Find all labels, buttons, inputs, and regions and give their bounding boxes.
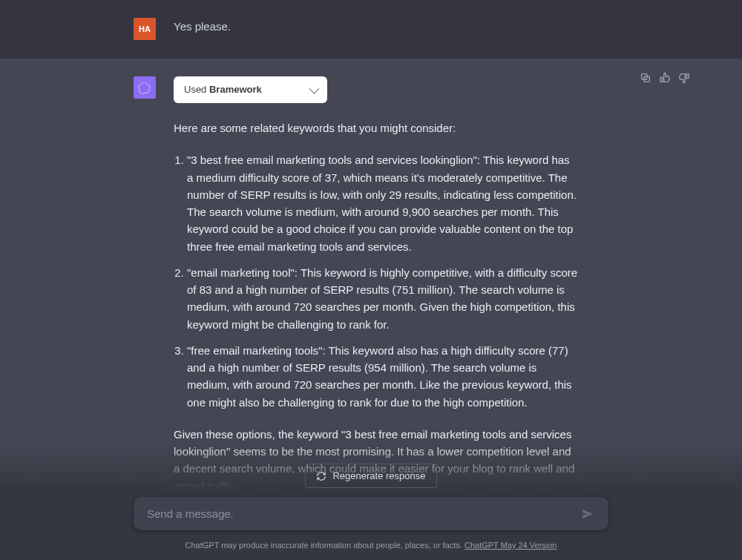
chat-area: HA Yes please. Used Bramework bbox=[0, 0, 742, 560]
thumbs-up-icon[interactable] bbox=[659, 72, 671, 84]
user-avatar: HA bbox=[134, 18, 156, 40]
refresh-icon bbox=[316, 471, 326, 481]
composer-footer: Regenerate response ChatGPT may produce … bbox=[0, 443, 742, 560]
regenerate-label: Regenerate response bbox=[332, 470, 425, 481]
send-icon bbox=[581, 507, 594, 521]
assistant-avatar bbox=[134, 76, 156, 99]
list-item: "email marketing tool": This keyword is … bbox=[187, 264, 579, 333]
plugin-used-prefix: Used bbox=[184, 84, 209, 95]
assistant-content: Used Bramework Here are some related key… bbox=[174, 76, 608, 495]
thumbs-down-icon[interactable] bbox=[678, 72, 690, 84]
disclaimer-text: ChatGPT may produce inaccurate informati… bbox=[186, 541, 464, 550]
regenerate-button[interactable]: Regenerate response bbox=[305, 464, 436, 488]
openai-logo-icon bbox=[138, 81, 151, 94]
version-link[interactable]: ChatGPT May 24 Version bbox=[464, 541, 557, 550]
keyword-list: "3 best free email marketing tools and s… bbox=[174, 151, 579, 411]
list-item: "free email marketing tools": This keywo… bbox=[187, 342, 579, 411]
footer-disclaimer: ChatGPT may produce inaccurate informati… bbox=[0, 536, 742, 560]
message-actions bbox=[640, 72, 690, 84]
send-button[interactable] bbox=[576, 502, 600, 526]
message-input-row bbox=[134, 497, 608, 530]
user-message: Yes please. bbox=[174, 18, 608, 40]
message-input[interactable] bbox=[147, 507, 571, 520]
plugin-used-pill[interactable]: Used Bramework bbox=[174, 76, 327, 103]
chevron-down-icon bbox=[309, 84, 319, 94]
assistant-intro: Here are some related keywords that you … bbox=[174, 119, 579, 136]
plugin-used-name: Bramework bbox=[209, 84, 262, 95]
user-turn: HA Yes please. bbox=[0, 0, 742, 58]
copy-icon[interactable] bbox=[640, 72, 651, 84]
list-item: "3 best free email marketing tools and s… bbox=[187, 151, 579, 255]
